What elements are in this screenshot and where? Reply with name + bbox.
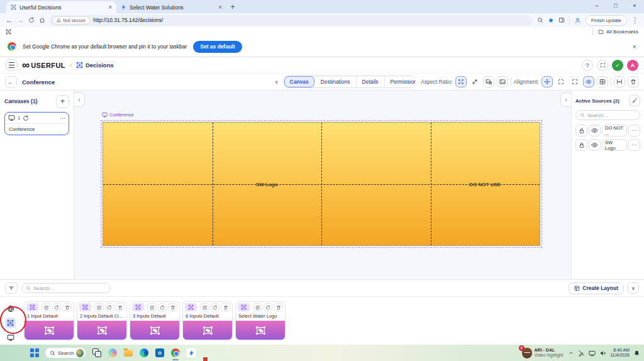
home-icon[interactable] bbox=[39, 17, 45, 23]
banner-close-icon[interactable]: × bbox=[633, 43, 636, 50]
user-avatar[interactable]: A bbox=[627, 60, 638, 71]
tab-canvas[interactable]: Canvas bbox=[284, 76, 315, 87]
source-menu-icon[interactable]: ⋯ bbox=[628, 125, 640, 136]
notifications-bell-icon[interactable] bbox=[633, 350, 640, 357]
aspect-stretch-button[interactable] bbox=[469, 76, 480, 87]
tab-destinations[interactable]: Destinations bbox=[315, 76, 357, 87]
new-tab-button[interactable]: + bbox=[226, 3, 239, 13]
filter-button[interactable] bbox=[5, 282, 18, 294]
canvas-card-conference[interactable]: 1 ⋯ Conference bbox=[4, 112, 69, 135]
visibility-button[interactable] bbox=[583, 76, 594, 87]
pen-disabled-icon[interactable] bbox=[578, 350, 585, 357]
hamburger-menu-button[interactable] bbox=[6, 59, 18, 71]
zoom-icon[interactable] bbox=[537, 17, 543, 23]
eye-icon[interactable] bbox=[589, 125, 601, 136]
layout-card-preview[interactable] bbox=[183, 321, 232, 340]
apps-grid-icon[interactable] bbox=[6, 29, 11, 35]
profile-icon[interactable] bbox=[574, 17, 581, 24]
delete-button[interactable] bbox=[628, 76, 639, 87]
refresh-icon[interactable] bbox=[52, 303, 62, 311]
sync-icon[interactable] bbox=[23, 115, 29, 121]
window-maximize-button[interactable]: □ bbox=[606, 0, 625, 11]
cast-display-icon[interactable] bbox=[589, 350, 596, 357]
taskbar-search[interactable]: Search bbox=[45, 347, 86, 358]
all-bookmarks-button[interactable]: All Bookmarks bbox=[592, 28, 638, 35]
align-fit-frame-button[interactable] bbox=[555, 76, 567, 87]
canvas-workspace[interactable]: ‹ › Conference SW Logo DO NOT USE bbox=[74, 91, 571, 279]
displays-view-button[interactable] bbox=[5, 332, 16, 343]
refresh-icon[interactable] bbox=[211, 303, 220, 311]
align-frame-button[interactable] bbox=[569, 76, 580, 87]
trash-icon[interactable] bbox=[62, 303, 72, 311]
copilot-button[interactable] bbox=[108, 348, 118, 358]
collapse-left-panel-button[interactable]: ‹ bbox=[74, 92, 85, 107]
window-minimize-button[interactable]: – bbox=[587, 0, 606, 11]
source-row-do-not-use[interactable]: DO NOT ... ⋯ bbox=[575, 125, 640, 136]
aspect-lock-image-button[interactable] bbox=[483, 76, 494, 87]
chrome-button[interactable] bbox=[170, 348, 180, 358]
canvas-selector[interactable]: Conference ∨ bbox=[22, 79, 279, 86]
address-bar[interactable]: Not secure http://10.31.75.142/decisions… bbox=[50, 15, 533, 26]
grid-view-button[interactable] bbox=[597, 76, 608, 87]
tab-close-icon[interactable]: × bbox=[108, 4, 112, 11]
cleanup-brush-button[interactable] bbox=[629, 95, 640, 106]
collapse-right-panel-button[interactable]: › bbox=[560, 92, 571, 107]
layout-card-select-water-logo[interactable]: Select Water Logo bbox=[235, 301, 286, 340]
forward-icon[interactable]: → bbox=[17, 17, 24, 24]
browser-tab-selectwater[interactable]: Select Water Solutions × bbox=[116, 1, 226, 13]
source-row-sw-logo[interactable]: SW Logo ⋯ bbox=[575, 139, 640, 151]
align-move-button[interactable] bbox=[541, 76, 553, 87]
source-zone-label-sw-logo[interactable]: SW Logo bbox=[256, 181, 278, 187]
add-canvas-button[interactable]: + bbox=[56, 95, 69, 108]
fullscreen-button[interactable] bbox=[597, 60, 608, 71]
side-panel-icon[interactable] bbox=[558, 17, 565, 23]
eye-icon[interactable] bbox=[589, 139, 601, 151]
layout-card-preview[interactable] bbox=[25, 321, 74, 340]
aspect-fill-button[interactable] bbox=[455, 76, 467, 87]
status-available-badge[interactable]: ✓ bbox=[612, 60, 623, 71]
trash-icon[interactable] bbox=[168, 303, 177, 311]
tab-details[interactable]: Details bbox=[357, 76, 385, 87]
select-water-app-button[interactable] bbox=[186, 348, 196, 358]
layout-card-6-inputs[interactable]: 6 Inputs Default bbox=[182, 301, 233, 340]
bookmark-star-icon[interactable]: ★ bbox=[548, 17, 554, 24]
finish-update-button[interactable]: Finish update bbox=[586, 15, 627, 26]
reload-icon[interactable] bbox=[28, 17, 35, 23]
taskbar-clock[interactable]: 8:40 AM 11/4/2025 bbox=[610, 348, 630, 358]
edit-icon[interactable] bbox=[42, 303, 51, 311]
help-button[interactable]: ? bbox=[582, 60, 593, 71]
canvas-card-menu-icon[interactable]: ⋯ bbox=[60, 115, 65, 121]
sources-search-input[interactable] bbox=[587, 113, 636, 118]
trash-icon[interactable] bbox=[115, 303, 125, 311]
edit-icon[interactable] bbox=[200, 303, 209, 311]
browser-menu-icon[interactable]: ⋮ bbox=[631, 17, 638, 24]
tray-chevron-up-icon[interactable] bbox=[568, 350, 574, 356]
security-chip[interactable]: Not secure bbox=[52, 16, 90, 25]
source-zone-label-do-not-use[interactable]: DO NOT USE bbox=[469, 181, 501, 187]
trash-icon[interactable] bbox=[221, 303, 230, 311]
refresh-icon[interactable] bbox=[264, 303, 273, 311]
window-close-button[interactable]: × bbox=[625, 0, 644, 11]
create-layout-dropdown-button[interactable]: ∨ bbox=[628, 282, 639, 294]
back-button[interactable]: ← bbox=[5, 76, 17, 88]
conference-canvas[interactable]: SW Logo DO NOT USE bbox=[103, 123, 540, 245]
trash-icon[interactable] bbox=[274, 303, 283, 311]
outlook-button[interactable]: o bbox=[155, 348, 165, 358]
layouts-view-button[interactable] bbox=[5, 318, 16, 328]
layout-card-2-inputs[interactable]: 2 Inputs Default Cls... bbox=[77, 301, 127, 340]
file-explorer-button[interactable] bbox=[123, 348, 133, 358]
globe-icon[interactable] bbox=[5, 303, 16, 314]
layout-card-preview[interactable] bbox=[77, 321, 126, 340]
aspect-image-button[interactable] bbox=[497, 76, 508, 87]
layout-card-3-inputs[interactable]: 3 Inputs Default bbox=[130, 301, 180, 340]
task-view-button[interactable] bbox=[92, 348, 102, 358]
layout-card-preview[interactable] bbox=[236, 321, 285, 340]
volume-icon[interactable] bbox=[599, 350, 606, 357]
tab-permissions[interactable]: Permissions bbox=[385, 76, 416, 87]
edit-icon[interactable] bbox=[253, 303, 262, 311]
lock-icon[interactable] bbox=[575, 139, 587, 151]
start-button[interactable] bbox=[30, 348, 39, 357]
layout-card-preview[interactable] bbox=[130, 321, 179, 340]
refresh-icon[interactable] bbox=[158, 303, 167, 311]
edit-icon[interactable] bbox=[147, 303, 157, 311]
